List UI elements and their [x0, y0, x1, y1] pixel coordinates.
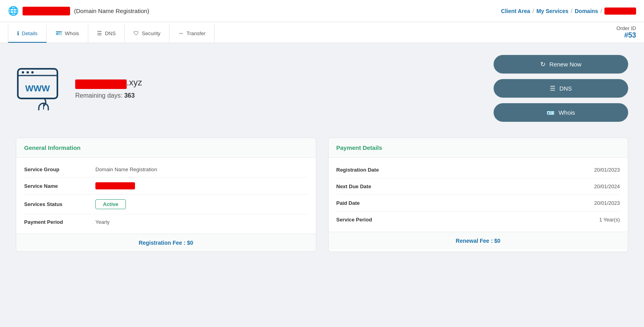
- service-period-value: 1 Year(s): [416, 217, 620, 223]
- service-group-value: Domain Name Registration: [95, 166, 157, 172]
- order-id-label: Order ID: [616, 25, 636, 31]
- svg-point-2: [22, 71, 24, 74]
- cards-row: General Information Service Group Domain…: [16, 138, 628, 252]
- breadcrumb-sep3: /: [600, 8, 602, 14]
- tab-transfer[interactable]: ↔ Transfer: [169, 25, 215, 43]
- remaining-label: Remaining days:: [75, 92, 122, 99]
- dns-icon: ☰: [97, 30, 102, 36]
- payment-details-body: Registration Date 20/01/2023 Next Due Da…: [329, 158, 628, 232]
- renew-now-label: Renew Now: [549, 61, 581, 68]
- registration-date-row: Registration Date 20/01/2023: [336, 162, 620, 178]
- tab-security-label: Security: [142, 30, 160, 36]
- tab-transfer-label: Transfer: [186, 30, 205, 36]
- payment-period-row: Payment Period Yearly: [24, 214, 308, 230]
- renew-icon: ↻: [540, 60, 545, 68]
- next-due-date-label: Next Due Date: [336, 183, 416, 189]
- globe-icon: 🌐: [8, 6, 19, 16]
- tab-details-label: Details: [22, 30, 38, 36]
- header-domain-redacted: [23, 7, 70, 15]
- registration-date-value: 20/01/2023: [416, 167, 620, 173]
- order-id-value: #53: [616, 31, 636, 40]
- status-badge: Active: [95, 199, 126, 209]
- registration-date-label: Registration Date: [336, 167, 416, 173]
- remaining-days-value: 363: [124, 92, 135, 99]
- tab-details[interactable]: ℹ Details: [8, 25, 47, 43]
- service-group-row: Service Group Domain Name Registration: [24, 162, 308, 178]
- whois-button[interactable]: 🪪 Whois: [494, 103, 628, 122]
- breadcrumb-sep2: /: [571, 8, 572, 14]
- main-content: WWW .xyz Remaining days: 363 ↻: [0, 43, 644, 264]
- general-info-footer: Registration Fee : $0: [16, 234, 316, 251]
- payment-details-card: Payment Details Registration Date 20/01/…: [328, 138, 629, 252]
- tab-whois[interactable]: 🪪 Whois: [47, 25, 88, 43]
- payment-period-label: Payment Period: [24, 219, 95, 225]
- services-status-row: Services Status Active: [24, 195, 308, 214]
- payment-details-footer: Renewal Fee : $0: [329, 232, 628, 250]
- domain-section: WWW .xyz Remaining days: 363 ↻: [16, 55, 628, 122]
- header-title: (Domain Name Registration): [74, 8, 149, 14]
- tab-dns[interactable]: ☰ DNS: [88, 25, 125, 43]
- payment-details-header: Payment Details: [329, 138, 628, 158]
- svg-point-4: [31, 71, 34, 74]
- action-buttons: ↻ Renew Now ☰ DNS 🪪 Whois: [494, 55, 628, 122]
- domain-left: WWW .xyz Remaining days: 363: [16, 67, 142, 110]
- renew-now-button[interactable]: ↻ Renew Now: [494, 55, 628, 74]
- service-name-row: Service Name: [24, 178, 308, 195]
- whois-icon: 🪪: [55, 30, 62, 36]
- breadcrumb-my-services[interactable]: My Services: [536, 8, 568, 14]
- dns-button[interactable]: ☰ DNS: [494, 79, 628, 98]
- payment-period-value: Yearly: [95, 219, 110, 225]
- tabs-container: ℹ Details 🪪 Whois ☰ DNS 🛡 Security ↔ Tra…: [0, 22, 644, 43]
- general-info-header: General Information: [16, 138, 316, 158]
- services-status-label: Services Status: [24, 201, 95, 207]
- header-left: 🌐 (Domain Name Registration): [8, 6, 149, 16]
- breadcrumb-domains[interactable]: Domains: [575, 8, 598, 14]
- svg-point-3: [27, 71, 29, 74]
- general-info-body: Service Group Domain Name Registration S…: [16, 158, 316, 234]
- domain-suffix: .xyz: [127, 77, 142, 87]
- service-name-redacted: [95, 182, 135, 189]
- dns-button-label: DNS: [559, 85, 572, 92]
- next-due-date-value: 20/01/2024: [416, 183, 620, 189]
- service-name-label: Service Name: [24, 183, 95, 189]
- domain-name-display: .xyz: [75, 77, 142, 89]
- whois-btn-icon: 🪪: [547, 109, 555, 116]
- dns-btn-icon: ☰: [550, 85, 555, 92]
- paid-date-row: Paid Date 20/01/2023: [336, 195, 620, 212]
- next-due-date-row: Next Due Date 20/01/2024: [336, 178, 620, 195]
- paid-date-value: 20/01/2023: [416, 200, 620, 206]
- svg-text:WWW: WWW: [25, 83, 50, 93]
- transfer-icon: ↔: [178, 30, 184, 36]
- breadcrumb-domain-redacted: [604, 8, 636, 15]
- domain-name-redacted: [75, 79, 127, 89]
- breadcrumb-client-area[interactable]: Client Area: [501, 8, 530, 14]
- top-header: 🌐 (Domain Name Registration) Client Area…: [0, 0, 644, 22]
- shield-icon: 🛡: [133, 30, 139, 36]
- domain-info: .xyz Remaining days: 363: [75, 77, 142, 99]
- remaining-days-display: Remaining days: 363: [75, 92, 142, 99]
- service-group-label: Service Group: [24, 166, 95, 172]
- breadcrumb-sep1: /: [532, 8, 534, 14]
- tab-whois-label: Whois: [65, 30, 79, 36]
- www-icon: WWW: [16, 67, 63, 110]
- tab-security[interactable]: 🛡 Security: [125, 25, 169, 43]
- whois-button-label: Whois: [559, 109, 575, 116]
- service-period-row: Service Period 1 Year(s): [336, 212, 620, 228]
- order-id-box: Order ID #53: [616, 22, 636, 43]
- info-icon: ℹ: [17, 30, 19, 36]
- breadcrumb: Client Area / My Services / Domains /: [501, 8, 636, 15]
- service-period-label: Service Period: [336, 217, 416, 223]
- paid-date-label: Paid Date: [336, 200, 416, 206]
- tab-dns-label: DNS: [105, 30, 116, 36]
- tabs: ℹ Details 🪪 Whois ☰ DNS 🛡 Security ↔ Tra…: [8, 25, 215, 43]
- general-info-card: General Information Service Group Domain…: [16, 138, 316, 252]
